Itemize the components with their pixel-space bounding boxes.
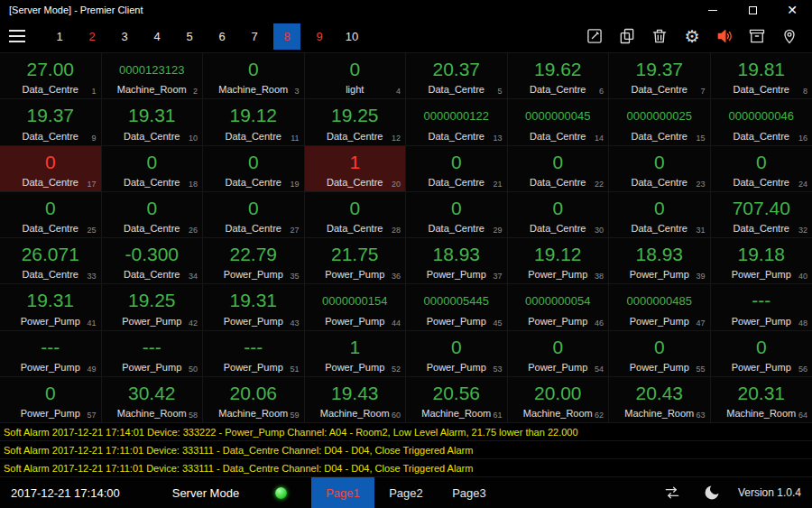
sensor-tile[interactable]: 21.75 Power_Pump 36 [305,238,407,284]
sensor-tile[interactable]: 19.43 Machine_Room 60 [305,377,407,423]
sensor-tile[interactable]: 0000000054 Power_Pump 46 [508,284,610,330]
location-button[interactable] [776,23,803,50]
page-number-button[interactable]: 2 [76,23,108,50]
sensor-tile[interactable]: --- Power_Pump 49 [0,331,102,377]
sensor-tile[interactable]: 0000005445 Power_Pump 45 [406,284,508,330]
sensor-tile[interactable]: 0000123123 Machine_Room 2 [102,53,204,99]
page-tab[interactable]: Page1 [311,477,374,508]
sensor-tile[interactable]: 1 Data_Centre 20 [305,146,407,192]
sync-button[interactable] [659,479,686,506]
page-number-button[interactable]: 4 [141,23,173,50]
sensor-tile[interactable]: 0000000045 Data_Centre 14 [508,99,610,145]
sensor-tile[interactable]: 0 light 4 [305,53,407,99]
sensor-tile[interactable]: 0 Data_Centre 31 [609,192,711,238]
sensor-tile[interactable]: 19.31 Power_Pump 43 [203,284,305,330]
sensor-tile[interactable]: 19.81 Data_Centre 8 [711,53,812,99]
clear-alarms-button[interactable] [743,23,770,50]
sensor-tile[interactable]: 19.37 Data_Centre 9 [0,99,102,145]
delete-button[interactable] [646,23,673,50]
sensor-label: Power_Pump [406,269,507,283]
menu-button[interactable] [9,25,36,47]
sensor-tile[interactable]: 0 Data_Centre 18 [102,146,204,192]
sensor-tile[interactable]: 20.43 Machine_Room 63 [609,377,711,423]
sensor-tile[interactable]: 0000000122 Data_Centre 13 [406,99,508,145]
sensor-tile[interactable]: 18.93 Power_Pump 37 [406,238,508,284]
page-number-button[interactable]: 7 [238,23,271,50]
alarm-sound-button[interactable] [711,23,738,50]
sensor-tile[interactable]: 19.18 Power_Pump 40 [711,238,812,284]
sensor-tile[interactable]: 18.93 Power_Pump 39 [609,238,711,284]
sensor-tile[interactable]: 20.06 Machine_Room 59 [203,377,305,423]
sensor-tile[interactable]: --- Power_Pump 48 [711,284,812,330]
sensor-tile[interactable]: 19.12 Power_Pump 38 [508,238,610,284]
sensor-tile[interactable]: 19.12 Data_Centre 11 [203,99,305,145]
sensor-tile[interactable]: 0 Data_Centre 30 [508,192,610,238]
sensor-tile[interactable]: 1 Power_Pump 52 [305,331,407,377]
sensor-value: 19.31 [102,99,203,130]
minimize-button[interactable] [693,0,733,20]
sensor-tile[interactable]: 19.25 Power_Pump 42 [102,284,204,330]
sensor-tile[interactable]: 22.79 Power_Pump 35 [203,238,305,284]
sensor-tile[interactable]: 20.00 Machine_Room 62 [508,377,610,423]
sensor-value: 0 [406,192,507,223]
close-button[interactable]: ✕ [772,0,812,20]
sensor-tile[interactable]: 0 Power_Pump 55 [609,331,711,377]
report-button[interactable] [614,23,641,50]
page-number-button[interactable]: 9 [303,23,336,50]
sensor-tile[interactable]: 0000000485 Power_Pump 47 [609,284,711,330]
sensor-tile[interactable]: 0000000154 Power_Pump 44 [305,284,407,330]
page-number-button[interactable]: 3 [108,23,141,50]
page-tab[interactable]: Page2 [374,477,438,508]
sensor-tile[interactable]: 19.31 Data_Centre 10 [102,99,204,145]
sensor-tile[interactable]: 26.071 Data_Centre 33 [0,238,102,284]
maximize-button[interactable] [733,0,772,20]
sensor-tile[interactable]: 0 Data_Centre 29 [406,192,508,238]
sensor-tile[interactable]: --- Power_Pump 51 [203,331,305,377]
page-number-button[interactable]: 8 [273,23,300,50]
alarm-log-entry[interactable]: Soft Alarm 2017-12-21 17:14:01 Device: 3… [0,423,812,441]
sensor-tile[interactable]: 0 Power_Pump 56 [711,331,812,377]
alarm-log-entry[interactable]: Soft Alarm 2017-12-21 17:11:01 Device: 3… [0,459,812,477]
sensor-tile[interactable]: --- Power_Pump 50 [102,331,204,377]
page-number-button[interactable]: 5 [173,23,206,50]
sensor-tile[interactable]: 0 Power_Pump 54 [508,331,610,377]
settings-button[interactable]: ⚙ [678,23,706,50]
sensor-index: 30 [595,226,604,235]
sensor-tile[interactable]: 0 Data_Centre 28 [305,192,407,238]
sensor-value: 0 [609,192,710,223]
alarm-log-entry[interactable]: Soft Alarm 2017-12-21 17:11:01 Device: 3… [0,441,812,459]
sensor-tile[interactable]: 20.37 Data_Centre 5 [406,53,508,99]
sensor-tile[interactable]: 0 Data_Centre 24 [711,146,812,192]
sensor-index: 17 [87,180,96,189]
page-number-button[interactable]: 6 [206,23,238,50]
sensor-tile[interactable]: 19.25 Data_Centre 12 [305,99,407,145]
sensor-tile[interactable]: 0 Data_Centre 26 [102,192,204,238]
sensor-tile[interactable]: 0 Machine_Room 3 [203,53,305,99]
sensor-tile[interactable]: 0 Data_Centre 21 [406,146,508,192]
page-tab[interactable]: Page3 [438,477,501,508]
sensor-tile[interactable]: 30.42 Machine_Room 58 [102,377,204,423]
sensor-tile[interactable]: 0000000046 Data_Centre 16 [711,99,812,145]
sensor-tile[interactable]: 707.40 Data_Centre 32 [711,192,812,238]
edit-button[interactable] [581,23,608,50]
sensor-tile[interactable]: 20.56 Machine_Room 61 [406,377,508,423]
sensor-tile[interactable]: 27.00 Data_Centre 1 [0,53,102,99]
sensor-tile[interactable]: 0 Data_Centre 27 [203,192,305,238]
page-number-button[interactable]: 1 [43,23,76,50]
sensor-tile[interactable]: 0 Power_Pump 53 [406,331,508,377]
sensor-tile[interactable]: 19.31 Power_Pump 41 [0,284,102,330]
sensor-tile[interactable]: 0000000025 Data_Centre 15 [609,99,711,145]
sensor-tile[interactable]: 0 Data_Centre 22 [508,146,610,192]
sensor-tile[interactable]: -0.300 Data_Centre 34 [102,238,204,284]
sensor-tile[interactable]: 19.62 Data_Centre 6 [508,53,610,99]
sensor-tile[interactable]: 0 Data_Centre 25 [0,192,102,238]
theme-toggle-button[interactable] [698,479,725,506]
sensor-value: 0000000025 [609,99,710,130]
page-number-button[interactable]: 10 [336,23,368,50]
sensor-tile[interactable]: 0 Power_Pump 57 [0,377,102,423]
sensor-tile[interactable]: 0 Data_Centre 23 [609,146,711,192]
sensor-tile[interactable]: 0 Data_Centre 17 [0,146,102,192]
sensor-tile[interactable]: 19.37 Data_Centre 7 [609,53,711,99]
sensor-tile[interactable]: 0 Data_Centre 19 [203,146,305,192]
sensor-tile[interactable]: 20.31 Machine_Room 64 [711,377,812,423]
